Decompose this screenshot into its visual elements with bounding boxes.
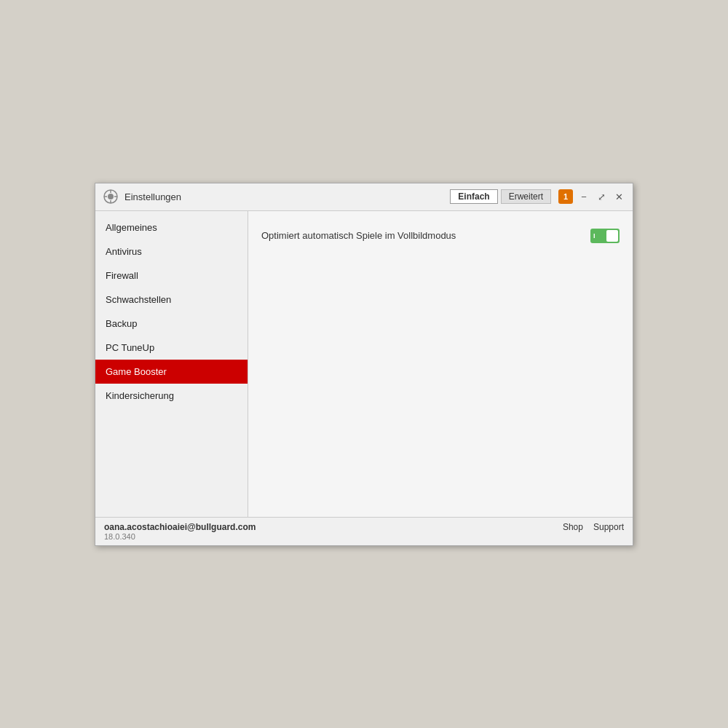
toggle-text: I [593,232,596,240]
toggle-knob [606,230,618,242]
app-icon [103,189,119,205]
statusbar-left: oana.acostachioaiei@bullguard.com 18.0.3… [104,522,256,541]
user-email: oana.acostachioaiei@bullguard.com [104,522,256,532]
sidebar-item-antivirus[interactable]: Antivirus [95,240,248,264]
sidebar-item-allgemeines[interactable]: Allgemeines [95,215,248,240]
sidebar: Allgemeines Antivirus Firewall Schwachst… [95,211,248,517]
support-link[interactable]: Support [593,522,624,532]
minimize-button[interactable]: − [577,190,590,203]
shop-link[interactable]: Shop [563,522,583,532]
sidebar-item-gamebooster[interactable]: Game Booster [95,360,248,384]
close-button[interactable]: ✕ [612,190,625,203]
main-content: Optimiert automatisch Spiele im Vollbild… [248,211,633,517]
sidebar-item-backup[interactable]: Backup [95,312,248,336]
statusbar-right: Shop Support [563,522,624,532]
sidebar-item-firewall[interactable]: Firewall [95,264,248,288]
setting-row-gamebooster: Optimiert automatisch Spiele im Vollbild… [261,223,620,249]
toggle-switch[interactable]: I [590,229,620,243]
sidebar-item-pctuneup[interactable]: PC TuneUp [95,336,248,360]
version-label: 18.0.340 [104,532,256,541]
titlebar: Einstellungen Einfach Erweitert 1 − ⤢ ✕ [95,183,633,211]
einfach-button[interactable]: Einfach [450,189,497,204]
window-title: Einstellungen [124,191,450,202]
notification-badge: 1 [558,189,573,204]
sidebar-item-schwachstellen[interactable]: Schwachstellen [95,288,248,312]
svg-point-1 [108,194,114,199]
statusbar: oana.acostachioaiei@bullguard.com 18.0.3… [95,517,633,545]
titlebar-buttons: Einfach Erweitert 1 − ⤢ ✕ [450,189,625,204]
erweitert-button[interactable]: Erweitert [501,189,551,204]
content-area: Allgemeines Antivirus Firewall Schwachst… [95,211,633,517]
sidebar-item-kindersicherung[interactable]: Kindersicherung [95,384,248,408]
setting-label: Optimiert automatisch Spiele im Vollbild… [261,230,456,241]
main-window: Einstellungen Einfach Erweitert 1 − ⤢ ✕ … [95,183,633,546]
maximize-button[interactable]: ⤢ [595,190,608,203]
